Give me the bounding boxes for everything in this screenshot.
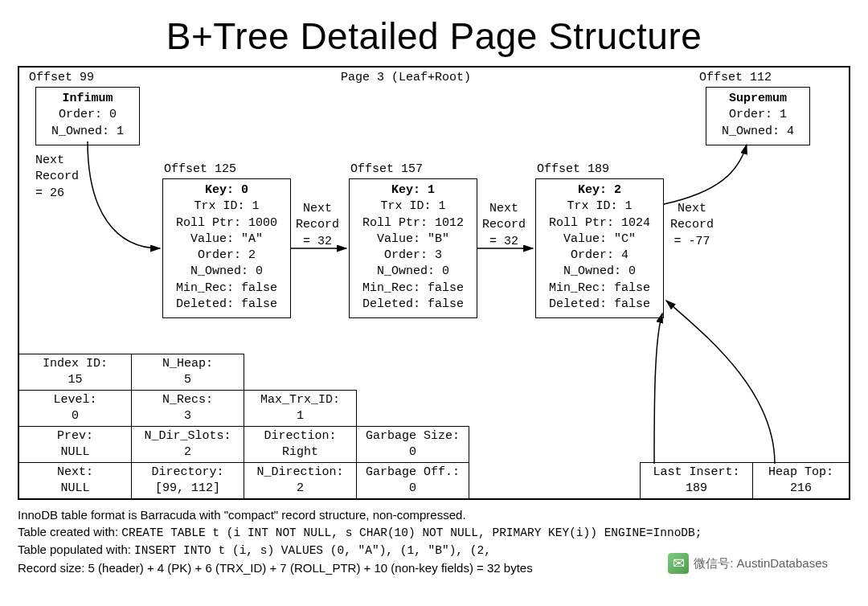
offset-key1: Offset 157 (350, 162, 423, 176)
supremum-head: Supremum (713, 91, 803, 107)
key0-head: Key: 0 (170, 182, 284, 199)
diagram-frame: Page 3 (Leaf+Root) Offset 99 Infimum Ord… (18, 66, 850, 500)
infimum-head: Infimum (43, 91, 133, 107)
key2-l6: Deleted: false (542, 297, 657, 313)
meta-maxtrx: Max_Trx_ID:1 (244, 391, 357, 427)
meta-lastinsert: Last Insert:189 (641, 463, 753, 499)
page-header: Page 3 (Leaf+Root) (341, 71, 471, 84)
key1-l1: Roll Ptr: 1012 (356, 215, 470, 231)
key2-l4: N_Owned: 0 (542, 264, 657, 280)
caption-l2: Table created with: CREATE TABLE t (i IN… (18, 523, 850, 541)
key2-l1: Roll Ptr: 1024 (542, 215, 657, 231)
key0-l0: Trx ID: 1 (170, 199, 284, 215)
key0-l3: Order: 2 (170, 248, 284, 264)
meta-directory: Directory:[99, 112] (132, 463, 244, 499)
key0-l5: Min_Rec: false (170, 280, 284, 297)
meta-indexid: Index ID:15 (19, 354, 132, 391)
meta-level: Level:0 (19, 391, 132, 427)
record-key2: Key: 2 Trx ID: 1 Roll Ptr: 1024 Value: "… (535, 178, 664, 318)
next-rec-k2: Next Record = -77 (670, 201, 714, 250)
offset-infimum: Offset 99 (29, 71, 94, 84)
next-rec-inf: Next Record = 26 (35, 153, 79, 202)
key0-l6: Deleted: false (170, 297, 284, 313)
meta-direction: Direction:Right (244, 427, 357, 463)
infimum-nowned: N_Owned: 1 (43, 124, 133, 140)
meta-prev: Prev:NULL (19, 427, 132, 463)
meta-gsize: Garbage Size:0 (357, 427, 469, 463)
key1-l6: Deleted: false (356, 297, 470, 313)
meta-next: Next:NULL (19, 463, 132, 499)
infimum-box: Infimum Order: 0 N_Owned: 1 (35, 87, 140, 145)
wechat-icon: ✉ (668, 553, 689, 574)
key0-l4: N_Owned: 0 (170, 264, 284, 280)
next-rec-k0: Next Record = 32 (296, 201, 339, 250)
key1-l3: Order: 3 (356, 248, 470, 264)
record-key1: Key: 1 Trx ID: 1 Roll Ptr: 1012 Value: "… (349, 178, 477, 318)
key2-l5: Min_Rec: false (542, 280, 657, 297)
meta-heaptop: Heap Top:216 (753, 463, 850, 499)
key1-head: Key: 1 (356, 182, 470, 199)
caption-l1: InnoDB table format is Barracuda with "c… (18, 506, 850, 523)
offset-supremum: Offset 112 (699, 71, 772, 84)
watermark: ✉ 微信号: AustinDatabases (668, 553, 828, 574)
supremum-box: Supremum Order: 1 N_Owned: 4 (706, 87, 810, 145)
offset-key2: Offset 189 (537, 162, 609, 176)
page-metadata-table: Index ID:15 N_Heap:5 Level:0 N_Recs:3 Ma… (18, 354, 469, 499)
page-metadata-right: Last Insert:189 Heap Top:216 (640, 462, 850, 499)
key1-l5: Min_Rec: false (356, 280, 470, 297)
key2-l3: Order: 4 (542, 248, 657, 264)
key2-l2: Value: "C" (542, 231, 657, 248)
record-key0: Key: 0 Trx ID: 1 Roll Ptr: 1000 Value: "… (162, 178, 291, 318)
key0-l1: Roll Ptr: 1000 (170, 215, 284, 231)
offset-key0: Offset 125 (164, 162, 236, 176)
key2-head: Key: 2 (542, 182, 657, 199)
next-rec-k1: Next Record = 32 (482, 201, 526, 250)
meta-ndirection: N_Direction:2 (244, 463, 357, 499)
meta-goff: Garbage Off.:0 (357, 463, 469, 499)
infimum-order: Order: 0 (43, 107, 133, 123)
key2-l0: Trx ID: 1 (542, 199, 657, 215)
meta-nheap: N_Heap:5 (132, 354, 244, 391)
key1-l2: Value: "B" (356, 231, 470, 248)
meta-ndirslots: N_Dir_Slots:2 (132, 427, 244, 463)
supremum-order: Order: 1 (713, 107, 803, 123)
key0-l2: Value: "A" (170, 231, 284, 248)
key1-l0: Trx ID: 1 (356, 199, 470, 215)
watermark-text: 微信号: AustinDatabases (694, 556, 828, 571)
diagram-title: B+Tree Detailed Page Structure (18, 14, 850, 58)
supremum-nowned: N_Owned: 4 (713, 124, 803, 140)
meta-nrecs: N_Recs:3 (132, 391, 244, 427)
key1-l4: N_Owned: 0 (356, 264, 470, 280)
